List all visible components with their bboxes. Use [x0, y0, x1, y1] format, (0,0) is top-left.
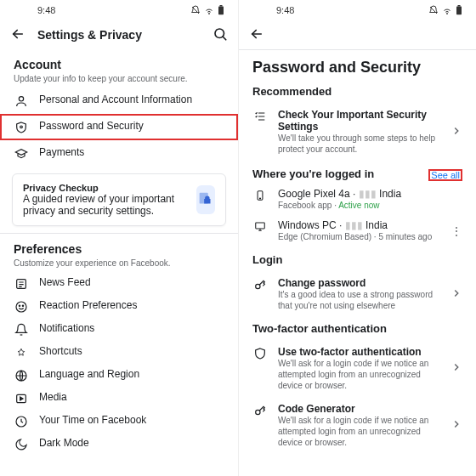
section-title-login: Login — [252, 253, 462, 266]
status-time: 9:48 — [37, 5, 55, 15]
section-title-tfa: Two-factor authentication — [252, 322, 462, 335]
status-time: 9:48 — [276, 5, 294, 15]
section-sub-preferences: Customize your experience on Facebook. — [14, 258, 224, 269]
svg-point-4 — [19, 97, 23, 101]
row-time-on-fb[interactable]: Your Time on Facebook — [0, 410, 238, 433]
more-icon[interactable]: ⋮ — [450, 225, 462, 237]
svg-rect-2 — [220, 5, 223, 7]
svg-point-8 — [16, 302, 26, 312]
row-label: Password and Security — [39, 120, 224, 132]
svg-rect-1 — [218, 7, 224, 15]
privacy-checkup-card[interactable]: Privacy Checkup A guided review of your … — [12, 173, 226, 226]
row-session-pixel[interactable]: Google Pixel 4a · ▮▮▮ India Facebook app… — [239, 184, 476, 215]
pin-icon — [14, 345, 29, 360]
row-shortcuts[interactable]: Shortcuts — [0, 341, 238, 364]
row-payments[interactable]: Payments — [0, 140, 238, 167]
checklist-icon — [252, 109, 268, 123]
chevron-right-icon — [450, 125, 462, 139]
search-icon[interactable] — [212, 26, 228, 44]
row-language[interactable]: Language and Region — [0, 364, 238, 387]
row-sub: We'll take you through some steps to hel… — [278, 133, 440, 155]
wifi-icon — [442, 5, 452, 15]
row-label: Change password — [278, 277, 440, 289]
media-icon — [14, 391, 29, 405]
row-label: Payments — [39, 146, 224, 158]
row-notifications[interactable]: Notifications — [0, 318, 238, 341]
svg-rect-19 — [256, 223, 265, 229]
row-sub: It's a good idea to use a strong passwor… — [278, 289, 440, 311]
svg-point-9 — [19, 305, 20, 306]
status-bar: 9:48 — [239, 0, 476, 20]
shield-icon — [14, 120, 29, 134]
shield-icon — [252, 346, 268, 360]
section-title-recommended: Recommended — [252, 85, 462, 98]
row-dark-mode[interactable]: Dark Mode — [0, 433, 238, 456]
row-sub: We'll ask for a login code if we notice … — [278, 415, 440, 448]
row-label: Use two-factor authentication — [278, 346, 440, 358]
section-account-header: Account Update your info to keep your ac… — [0, 49, 238, 88]
back-icon[interactable] — [249, 26, 264, 44]
row-change-password[interactable]: Change password It's a good idea to use … — [239, 271, 476, 317]
row-label: Language and Region — [39, 368, 224, 380]
row-label: Media — [39, 391, 224, 403]
section-title-account: Account — [14, 58, 224, 71]
bell-icon — [14, 322, 29, 337]
key-icon — [252, 277, 268, 292]
see-all-link[interactable]: See all — [428, 169, 462, 181]
globe-icon — [14, 368, 29, 382]
row-label: Reaction Preferences — [39, 299, 224, 311]
battery-icon — [218, 5, 224, 15]
key-icon — [252, 403, 268, 417]
svg-point-18 — [259, 198, 260, 199]
appbar: Settings & Privacy — [0, 20, 238, 49]
payments-icon — [14, 146, 29, 161]
chevron-right-icon — [450, 361, 462, 376]
dnd-icon — [190, 5, 201, 15]
row-label: Check Your Important Security Settings — [278, 109, 440, 133]
chevron-right-icon — [450, 418, 462, 433]
row-session-windows[interactable]: Windows PC · ▮▮▮ India Edge (Chromium Ba… — [239, 215, 476, 246]
session-title: Windows PC · ▮▮▮ India — [278, 219, 440, 231]
svg-point-0 — [209, 14, 210, 14]
row-reaction-prefs[interactable]: Reaction Preferences — [0, 295, 238, 318]
row-media[interactable]: Media — [0, 387, 238, 410]
news-feed-icon — [14, 276, 29, 291]
session-sub: Facebook app · Active now — [278, 200, 462, 211]
screen-settings: 9:48 Settings & Privacy Account Update y… — [0, 0, 238, 476]
dnd-icon — [428, 5, 439, 15]
chevron-right-icon — [450, 287, 462, 302]
screen-password-security: 9:48 Password and Security Recommended C… — [238, 0, 476, 476]
svg-point-5 — [20, 126, 23, 128]
page-title: Password and Security — [239, 50, 476, 83]
phone-icon — [252, 188, 268, 202]
session-sub: Edge (Chromium Based) · 5 minutes ago — [278, 231, 440, 242]
section-title-logged-in: Where you're logged in — [252, 167, 374, 180]
moon-icon — [14, 437, 29, 451]
row-label: News Feed — [39, 276, 224, 288]
section-tfa-header: Two-factor authentication — [239, 317, 476, 340]
session-title: Google Pixel 4a · ▮▮▮ India — [278, 188, 462, 200]
row-personal-info[interactable]: Personal and Account Information — [0, 88, 238, 114]
row-label: Personal and Account Information — [39, 94, 224, 105]
section-title-preferences: Preferences — [14, 242, 224, 256]
row-use-tfa[interactable]: Use two-factor authentication We'll ask … — [239, 340, 476, 397]
appbar-title: Settings & Privacy — [37, 28, 142, 42]
section-logged-in-header: Where you're logged in See all — [239, 161, 476, 184]
row-password-security[interactable]: Password and Security — [0, 114, 238, 140]
privacy-art-icon — [196, 185, 215, 214]
row-security-checkup[interactable]: Check Your Important Security Settings W… — [239, 103, 476, 161]
row-label: Shortcuts — [39, 345, 224, 357]
row-label: Dark Mode — [39, 437, 224, 449]
row-code-generator[interactable]: Code Generator We'll ask for a login cod… — [239, 397, 476, 454]
svg-point-20 — [256, 284, 260, 288]
clock-icon — [14, 414, 29, 428]
card-title: Privacy Checkup — [23, 183, 188, 193]
back-icon[interactable] — [10, 26, 26, 44]
section-recommended-header: Recommended — [239, 83, 476, 103]
reaction-icon — [14, 299, 29, 314]
row-sub: We'll ask for a login code if we notice … — [278, 358, 440, 391]
desktop-icon — [252, 219, 268, 232]
section-login-header: Login — [239, 246, 476, 271]
svg-rect-15 — [456, 7, 462, 15]
row-news-feed[interactable]: News Feed — [0, 272, 238, 295]
